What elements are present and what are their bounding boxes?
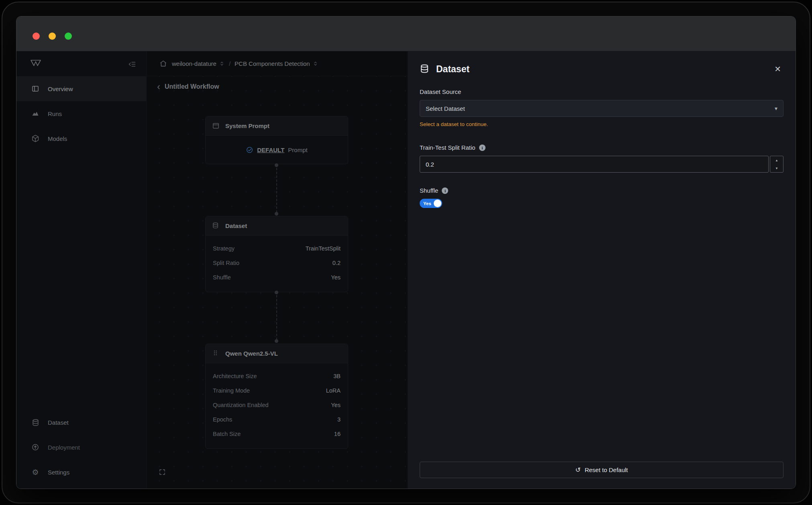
dataset-source-label-text: Dataset Source	[420, 88, 461, 95]
reset-icon: ↺	[575, 466, 581, 474]
row-label: Strategy	[213, 245, 235, 252]
shuffle-toggle[interactable]: Yes	[420, 199, 442, 208]
row-value: LoRA	[326, 387, 341, 394]
node-dataset[interactable]: Dataset Strategy TrainTestSplit Split Ra…	[205, 216, 348, 292]
node-system-prompt[interactable]: System Prompt DEFAULT Prompt	[205, 116, 348, 164]
node-row: Split Ratio 0.2	[213, 256, 341, 270]
row-value: 0.2	[333, 260, 341, 266]
split-ratio-input-row: ▴ ▾	[420, 156, 783, 173]
toggle-knob	[434, 200, 441, 207]
row-value: 16	[334, 431, 341, 437]
sidebar: Overview Runs Models Dataset	[16, 51, 147, 489]
node-row: Shuffle Yes	[213, 270, 341, 285]
split-ratio-stepper: ▴ ▾	[770, 156, 783, 173]
workflow-title-bar: ‹ Untitled Workflow	[157, 83, 219, 91]
zoom-window-button[interactable]	[65, 33, 72, 40]
dataset-warning-text: Select a dataset to continue.	[420, 121, 783, 127]
reset-to-default-button[interactable]: ↺ Reset to Default	[420, 462, 783, 478]
desktop-background: Overview Runs Models Dataset	[0, 0, 812, 505]
row-value: Yes	[331, 274, 341, 281]
info-icon[interactable]: i	[479, 145, 486, 151]
prompt-default-badge: DEFAULT	[257, 147, 284, 153]
close-panel-button[interactable]: ✕	[772, 63, 783, 75]
node-qwen-model[interactable]: Qwen Qwen2.5-VL Architecture Size 3B Tra…	[205, 344, 348, 449]
node-row: Architecture Size 3B	[213, 369, 341, 383]
connector-dot	[275, 291, 278, 294]
close-window-button[interactable]	[33, 33, 40, 40]
sidebar-bottom-group: Dataset Deployment ⚙ Settings	[16, 410, 146, 485]
shuffle-label-text: Shuffle	[420, 187, 438, 194]
sidebar-item-label: Settings	[48, 469, 69, 476]
split-ratio-label-text: Train-Test Split Ratio	[420, 144, 475, 151]
node-qwen-header: Qwen Qwen2.5-VL	[206, 344, 348, 363]
stepper-down-button[interactable]: ▾	[770, 164, 783, 172]
sidebar-header	[16, 51, 146, 76]
dataset-icon	[31, 418, 40, 427]
collapse-sidebar-icon	[128, 60, 136, 68]
sidebar-item-settings[interactable]: ⚙ Settings	[16, 460, 146, 485]
node-row: Strategy TrainTestSplit	[213, 241, 341, 256]
sidebar-item-dataset[interactable]: Dataset	[16, 410, 146, 435]
workspace-selector[interactable]: weiloon-datature	[172, 60, 225, 67]
connector-line	[276, 168, 277, 213]
sidebar-item-label: Models	[48, 135, 67, 142]
reset-label: Reset to Default	[585, 466, 628, 473]
settings-gear-icon: ⚙	[31, 468, 40, 476]
minimize-window-button[interactable]	[49, 33, 56, 40]
workflow-canvas[interactable]: weiloon-datature / PCB Components Detect…	[147, 51, 407, 489]
sidebar-item-label: Runs	[48, 110, 62, 117]
project-switch-icon	[312, 61, 318, 67]
drag-handle-icon	[212, 350, 220, 358]
shuffle-section: Shuffle i Yes	[420, 187, 783, 208]
panel-header: Dataset ✕	[420, 63, 783, 75]
connector-line	[276, 295, 277, 340]
node-title: Qwen Qwen2.5-VL	[225, 350, 278, 357]
dataset-config-panel: Dataset ✕ Dataset Source Select Dataset …	[407, 51, 796, 489]
split-ratio-section: Train-Test Split Ratio i ▴ ▾	[420, 144, 783, 173]
row-label: Epochs	[213, 416, 232, 423]
check-circle-icon	[246, 146, 253, 154]
window-icon	[212, 122, 220, 130]
select-value: Select Dataset	[426, 105, 465, 112]
node-system-prompt-header: System Prompt	[206, 116, 348, 136]
sidebar-item-models[interactable]: Models	[16, 126, 146, 151]
row-label: Split Ratio	[213, 260, 239, 266]
dataset-source-select[interactable]: Select Dataset ▾	[420, 100, 783, 117]
row-label: Batch Size	[213, 431, 241, 437]
breadcrumb: weiloon-datature / PCB Components Detect…	[147, 51, 407, 76]
sidebar-item-overview[interactable]: Overview	[16, 76, 146, 101]
node-dataset-rows: Strategy TrainTestSplit Split Ratio 0.2 …	[206, 236, 348, 292]
workflow-title: Untitled Workflow	[165, 83, 219, 90]
workspace-name: weiloon-datature	[172, 60, 216, 67]
breadcrumb-separator: /	[229, 60, 231, 67]
app-logo-icon	[30, 59, 41, 67]
node-row: Training Mode LoRA	[213, 383, 341, 398]
project-name: PCB Components Detection	[235, 60, 310, 67]
sidebar-item-deployment[interactable]: Deployment	[16, 435, 146, 460]
project-selector[interactable]: PCB Components Detection	[235, 60, 318, 67]
collapse-sidebar-button[interactable]	[127, 59, 137, 69]
stepper-up-button[interactable]: ▴	[770, 156, 783, 164]
home-button[interactable]	[159, 60, 167, 67]
models-icon	[31, 134, 40, 143]
node-row: Quantization Enabled Yes	[213, 398, 341, 412]
home-icon	[159, 60, 167, 67]
prompt-word: Prompt	[288, 147, 307, 153]
row-value: 3	[337, 416, 341, 423]
node-qwen-rows: Architecture Size 3B Training Mode LoRA …	[206, 363, 348, 448]
fullscreen-icon	[159, 468, 166, 476]
fit-view-button[interactable]	[156, 466, 168, 478]
row-value: 3B	[333, 373, 341, 379]
back-button[interactable]: ‹	[157, 83, 160, 91]
split-ratio-input[interactable]	[420, 156, 769, 173]
shuffle-label: Shuffle i	[420, 187, 783, 194]
row-label: Training Mode	[213, 387, 250, 394]
row-label: Shuffle	[213, 274, 231, 281]
info-icon[interactable]: i	[442, 187, 448, 194]
dataset-source-label: Dataset Source	[420, 88, 783, 95]
sidebar-item-runs[interactable]: Runs	[16, 101, 146, 126]
node-system-prompt-body: DEFAULT Prompt	[206, 136, 348, 164]
row-value: TrainTestSplit	[306, 245, 341, 252]
row-label: Architecture Size	[213, 373, 257, 379]
node-dataset-header: Dataset	[206, 216, 348, 236]
